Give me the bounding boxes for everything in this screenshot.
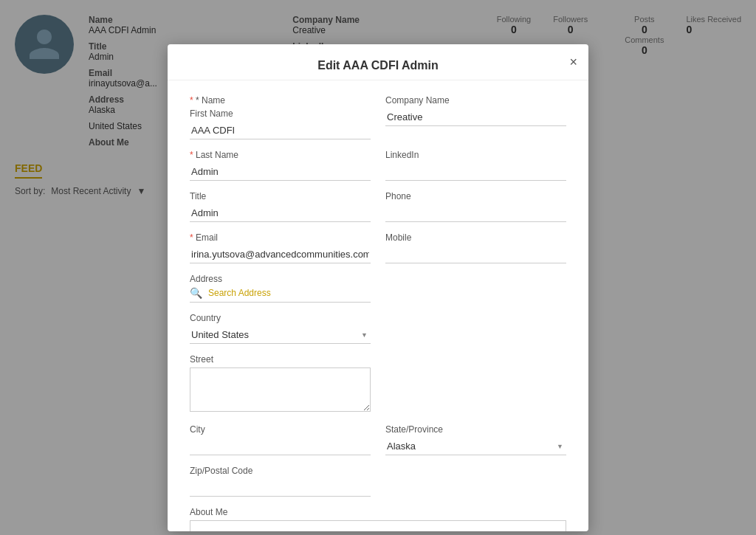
search-icon: 🔍 [190,287,202,299]
search-address-row[interactable]: 🔍 Search Address [190,287,371,303]
zip-label: Zip/Postal Code [190,466,371,476]
email-input[interactable] [190,246,371,263]
mobile-label: Mobile [385,232,566,243]
lastname-linkedin-row: * Last Name LinkedIn [190,150,566,181]
address-col: Address 🔍 Search Address [190,274,371,303]
linkedin-label: LinkedIn [385,150,566,160]
title-col: Title [190,191,371,222]
lastname-col: * Last Name [190,150,371,181]
city-col: City [190,424,371,455]
address-search-row: Address 🔍 Search Address [190,274,566,303]
edit-profile-modal: Edit AAA CDFI Admin × * * Name First Nam… [168,44,588,531]
about-col: About Me [190,507,566,531]
search-address-link[interactable]: Search Address [208,288,271,298]
state-select-wrapper: Alaska Alabama Arizona California New Yo… [385,438,566,455]
title-input[interactable] [190,204,371,222]
mobile-input[interactable] [385,246,566,263]
city-label: City [190,424,371,435]
street-label: Street [190,354,371,365]
state-select[interactable]: Alaska Alabama Arizona California New Yo… [385,438,566,455]
country-col: Country United States Canada United King… [190,313,371,344]
close-button[interactable]: × [569,55,577,69]
state-col: State/Province Alaska Alabama Arizona Ca… [385,424,566,455]
phone-input[interactable] [385,204,566,222]
zip-input[interactable] [190,479,371,497]
phone-col: Phone [385,191,566,222]
name-section-label: * * Name [190,95,371,106]
about-row: About Me [190,507,566,531]
modal-body: * * Name First Name Company Name * Last … [168,80,588,531]
last-name-input[interactable] [190,163,371,181]
title-field-label: Title [190,191,371,201]
name-company-row: * * Name First Name Company Name [190,95,566,139]
last-name-label: * Last Name [190,150,371,160]
city-input[interactable] [190,438,371,455]
right-spacer [385,274,566,303]
company-col: Company Name [385,95,566,139]
about-label: About Me [190,507,566,517]
street-right-spacer [385,354,566,414]
street-input[interactable] [190,367,371,412]
first-name-label: First Name [190,108,371,119]
name-col: * * Name First Name [190,95,371,139]
email-mobile-row: * Email Mobile [190,232,566,263]
title-phone-row: Title Phone [190,191,566,222]
country-select-wrapper: United States Canada United Kingdom Aust… [190,326,371,344]
address-label: Address [190,274,371,284]
linkedin-input[interactable] [385,163,566,181]
zip-right-spacer [385,466,566,497]
zip-row: Zip/Postal Code [190,466,566,497]
zip-col: Zip/Postal Code [190,466,371,497]
country-select[interactable]: United States Canada United Kingdom Aust… [190,326,371,344]
country-right-spacer [385,313,566,344]
mobile-col: Mobile [385,232,566,263]
about-me-input[interactable] [190,520,566,531]
city-state-row: City State/Province Alaska Alabama Arizo… [190,424,566,455]
street-row: Street [190,354,566,414]
country-row: Country United States Canada United King… [190,313,566,344]
company-name-input[interactable] [385,108,566,126]
modal-title: Edit AAA CDFI Admin [317,59,439,72]
country-label: Country [190,313,371,323]
modal-overlay: Edit AAA CDFI Admin × * * Name First Nam… [0,0,756,535]
email-field-label: * Email [190,232,371,243]
linkedin-col: LinkedIn [385,150,566,181]
email-col: * Email [190,232,371,263]
first-name-input[interactable] [190,122,371,139]
company-name-label: Company Name [385,95,566,106]
modal-header: Edit AAA CDFI Admin × [168,44,588,80]
street-col: Street [190,354,371,414]
state-label: State/Province [385,424,566,435]
phone-label: Phone [385,191,566,201]
